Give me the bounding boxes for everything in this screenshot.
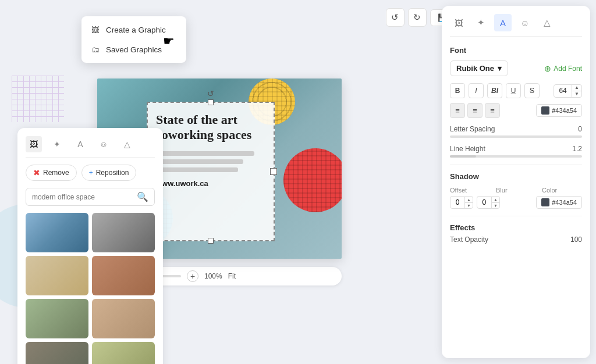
add-font-button[interactable]: ⊕ Add Font [544,64,582,73]
format-row: B I BI U S 64 ▲ ▼ [450,83,582,98]
remove-icon: ✖ [33,168,40,177]
blur-up[interactable]: ▲ [492,197,499,203]
blur-value: 0 [477,197,491,208]
offset-down[interactable]: ▼ [465,203,473,208]
offset-col-label: Offset [450,187,490,194]
shadow-section: Shadow Offset Blur Color 0 ▲ ▼ 0 ▲ ▼ [450,172,582,209]
line-height-track[interactable] [450,155,582,158]
shadow-row-header: Offset Blur Color [450,187,582,194]
divider-2 [450,216,582,216]
right-panel: 🖼 ✦ A ☺ △ Font Rubik One ▾ ⊕ Add Font B … [442,6,590,358]
tab-emoji[interactable]: ☺ [95,136,112,152]
line-height-label: Line Height [450,145,485,153]
align-center-button[interactable]: ≡ [467,103,483,118]
list-item[interactable] [26,256,88,295]
blur-down[interactable]: ▼ [492,203,499,208]
font-section-title: Font [450,46,582,55]
offset-up[interactable]: ▲ [465,197,473,203]
align-row: ≡ ≡ ≡ #434a54 [450,103,582,118]
undo-button[interactable]: ↺ [386,8,405,27]
italic-button[interactable]: I [469,83,484,98]
underline-button[interactable]: U [506,83,521,98]
effects-row: Effects [450,223,582,232]
blur-col-label: Blur [496,187,536,194]
font-dropdown[interactable]: Rubik One ▾ [450,60,508,76]
text-opacity-label: Text Opacity [450,235,488,244]
remove-button[interactable]: ✖ Remove [26,165,77,181]
bold-italic-button[interactable]: BI [487,83,502,98]
chevron-down-icon: ▾ [498,64,502,73]
shadow-inputs: 0 ▲ ▼ 0 ▲ ▼ #434a54 [450,196,582,209]
font-size-value: 64 [554,85,572,97]
strikethrough-button[interactable]: S [524,83,540,98]
circle-red [283,148,342,212]
font-size-arrows: ▲ ▼ [572,85,581,97]
letter-spacing-label: Letter Spacing [450,125,495,133]
tab-text[interactable]: A [72,136,88,152]
shadow-color-label: #434a54 [552,199,577,206]
color-col-label: Color [542,187,582,194]
saved-graphics-item[interactable]: 🗂 Saved Graphics [81,40,186,59]
font-name: Rubik One [456,64,494,73]
list-item[interactable] [26,342,88,364]
text-line [156,159,243,164]
text-line [156,151,254,156]
offset-input[interactable]: 0 ▲ ▼ [450,196,473,209]
letter-spacing-row: Letter Spacing 0 [450,125,582,138]
search-input[interactable] [32,193,137,201]
list-item[interactable] [26,213,88,252]
rotate-handle[interactable]: ↺ [207,89,214,98]
color-box [541,106,549,115]
zoom-percent: 100% [204,272,222,280]
effects-title: Effects [450,223,475,232]
canvas-lines [156,151,265,172]
right-tab-shape[interactable]: △ [538,14,556,31]
plus-icon: + [89,169,93,177]
image-icon: 🖼 [91,25,100,34]
search-bar[interactable]: 🔍 [26,188,155,206]
text-line [156,167,238,172]
list-item[interactable] [92,256,155,295]
reposition-button[interactable]: + Reposition [81,165,137,181]
font-selector: Rubik One ▾ ⊕ Add Font [450,60,582,76]
shadow-color-swatch[interactable]: #434a54 [536,196,582,209]
redo-button[interactable]: ↻ [408,8,427,27]
handle-bottom [208,238,214,244]
list-item[interactable] [92,213,155,252]
plus-circle-icon: ⊕ [544,64,551,73]
zoom-in-button[interactable]: + [187,270,198,282]
zoom-fit-button[interactable]: Fit [228,272,236,280]
handle-top [208,99,214,105]
folder-icon: 🗂 [91,45,100,54]
canvas-url[interactable]: www.uwork.ca [156,179,265,188]
tab-image[interactable]: 🖼 [26,136,42,152]
right-tab-text[interactable]: A [494,14,512,31]
canvas-heading[interactable]: State of the art coworking spaces [156,112,265,143]
list-item[interactable] [26,299,88,338]
divider [450,165,582,165]
blur-input[interactable]: 0 ▲ ▼ [477,196,500,209]
letter-spacing-track[interactable] [450,135,582,138]
font-size-down[interactable]: ▼ [572,91,581,97]
color-swatch[interactable]: #434a54 [536,104,582,117]
font-size-input[interactable]: 64 ▲ ▼ [554,84,582,98]
bold-button[interactable]: B [450,83,465,98]
search-icon: 🔍 [137,191,148,202]
align-left-button[interactable]: ≡ [450,103,465,118]
shadow-title: Shadow [450,172,582,181]
canvas-text-box[interactable]: ↺ State of the art coworking spaces www.… [147,102,275,241]
right-tab-image[interactable]: 🖼 [450,14,467,31]
tab-shape[interactable]: △ [119,136,135,152]
right-tab-wand[interactable]: ✦ [472,14,489,31]
create-graphic-item[interactable]: 🖼 Create a Graphic [81,20,186,40]
align-right-button[interactable]: ≡ [485,103,500,118]
line-height-row: Line Height 1.2 [450,145,582,158]
right-tab-emoji[interactable]: ☺ [516,14,534,31]
line-height-fill [450,155,476,158]
list-item[interactable] [92,299,155,338]
font-size-up[interactable]: ▲ [572,85,581,91]
letter-spacing-value: 0 [578,125,582,133]
tab-star[interactable]: ✦ [49,136,65,152]
panel-actions: ✖ Remove + Reposition [26,165,155,181]
list-item[interactable] [92,342,155,364]
